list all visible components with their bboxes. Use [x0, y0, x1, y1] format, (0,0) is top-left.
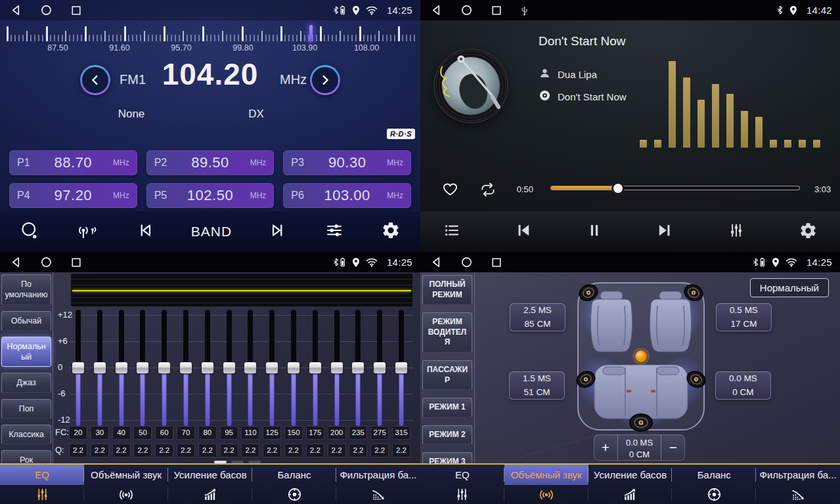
fc-value-box[interactable]: 70: [177, 426, 195, 440]
mode-driver[interactable]: РЕЖИМ ВОДИТЕЛЯ: [422, 312, 472, 352]
fc-value-box[interactable]: 235: [349, 426, 367, 440]
q-value-box[interactable]: 2.2: [328, 444, 346, 457]
eq-band-slider[interactable]: [265, 307, 278, 432]
fc-value-box[interactable]: 50: [133, 426, 152, 440]
previous-station-button[interactable]: [136, 221, 154, 242]
eq-band-slider[interactable]: [395, 307, 408, 432]
surround-tab-icon[interactable]: [84, 485, 168, 504]
preset-button[interactable]: P6103.00MHz: [283, 183, 411, 208]
album-art[interactable]: [435, 50, 507, 122]
q-value-box[interactable]: 2.2: [349, 444, 367, 457]
scan-search-button[interactable]: [20, 220, 39, 243]
progress-thumb[interactable]: [613, 184, 623, 193]
decrease-delay-button[interactable]: −: [661, 434, 685, 461]
increase-delay-button[interactable]: +: [594, 434, 617, 461]
tab-bass-boost[interactable]: Усиление басов: [588, 465, 673, 485]
mode-passenger[interactable]: ПАССАЖИР: [422, 360, 472, 390]
eq-preset-default[interactable]: По умолчанию: [1, 274, 51, 305]
eq-band-slider[interactable]: [136, 307, 149, 432]
tab-eq[interactable]: EQ: [0, 465, 84, 485]
q-value-box[interactable]: 2.2: [177, 444, 195, 457]
q-value-box[interactable]: 2.2: [155, 444, 173, 457]
bass-filter-tab-icon[interactable]: [756, 485, 840, 504]
eq-preset-jazz[interactable]: Джаз: [1, 373, 51, 392]
frequency-scale[interactable]: [7, 23, 414, 43]
eq-band-slider[interactable]: [179, 307, 192, 432]
q-value-box[interactable]: 2.2: [392, 444, 410, 457]
eq-band-slider[interactable]: [351, 307, 365, 432]
front-left-delay[interactable]: 2.5 MS85 CM: [510, 303, 565, 331]
fc-value-box[interactable]: 20: [69, 426, 87, 440]
preset-button[interactable]: P497.20MHz: [9, 183, 137, 208]
rear-right-delay[interactable]: 0.0 MS0 CM: [715, 371, 771, 400]
nav-recents-button[interactable]: [491, 257, 502, 268]
pause-button[interactable]: [586, 222, 603, 242]
q-value-box[interactable]: 2.2: [198, 444, 217, 457]
q-value-box[interactable]: 2.2: [69, 444, 87, 457]
band-button[interactable]: BAND: [191, 224, 232, 240]
preset-button[interactable]: P5102.50MHz: [146, 183, 275, 208]
dx-mode[interactable]: DX: [248, 108, 264, 121]
nav-home-button[interactable]: [461, 257, 472, 268]
fc-value-box[interactable]: 315: [392, 426, 410, 440]
surround-tab-icon[interactable]: [504, 485, 588, 504]
car-cabin-view[interactable]: [577, 282, 705, 430]
eq-band-slider[interactable]: [201, 307, 214, 432]
bass-filter-tab-icon[interactable]: [336, 485, 420, 504]
eq-preset-classic[interactable]: Классика: [1, 425, 51, 444]
fc-value-box[interactable]: 125: [263, 426, 281, 440]
eq-band-slider[interactable]: [330, 307, 343, 432]
eq-preset-normal[interactable]: Нормальный: [1, 337, 51, 368]
balance-tab-icon[interactable]: [252, 485, 336, 504]
q-value-box[interactable]: 2.2: [91, 444, 109, 457]
q-value-box[interactable]: 2.2: [263, 444, 281, 457]
tune-down-button[interactable]: [80, 65, 110, 95]
favorite-button[interactable]: [441, 180, 459, 200]
nav-recents-button[interactable]: [71, 257, 81, 268]
tab-bass-filter[interactable]: Фильтрация ба...: [336, 465, 420, 485]
q-value-box[interactable]: 2.2: [112, 444, 131, 457]
fc-value-box[interactable]: 30: [91, 426, 109, 440]
eq-preset-custom[interactable]: Обычай: [1, 311, 51, 331]
eq-band-slider[interactable]: [158, 307, 171, 432]
eq-band-slider[interactable]: [72, 307, 85, 432]
tab-bass-filter[interactable]: Фильтрация ба...: [756, 465, 840, 485]
next-track-button[interactable]: [655, 221, 674, 242]
nav-recents-button[interactable]: [71, 5, 81, 16]
mode-1[interactable]: РЕЖИМ 1: [422, 398, 472, 417]
nav-home-button[interactable]: [461, 5, 472, 16]
eq-preset-pop[interactable]: Поп: [1, 399, 51, 419]
eq-tab-icon[interactable]: [420, 485, 504, 504]
fc-value-box[interactable]: 60: [155, 426, 173, 440]
equalizer-button[interactable]: [727, 221, 745, 242]
eq-band-slider[interactable]: [309, 307, 322, 432]
tab-surround[interactable]: Объёмный звук: [84, 465, 168, 485]
preset-button[interactable]: P289.50MHz: [146, 150, 275, 175]
progress-bar[interactable]: [550, 186, 800, 190]
eq-band-slider[interactable]: [223, 307, 236, 432]
eq-band-slider[interactable]: [93, 307, 106, 432]
nav-recents-button[interactable]: [491, 5, 502, 16]
q-value-box[interactable]: 2.2: [133, 444, 152, 457]
mode-full[interactable]: ПОЛНЫЙ РЕЖИМ: [422, 275, 472, 304]
front-right-delay[interactable]: 0.5 MS17 CM: [716, 303, 772, 331]
rear-left-delay[interactable]: 1.5 MS51 CM: [509, 371, 565, 400]
listener-position-dot[interactable]: [636, 351, 647, 362]
bass-boost-tab-icon[interactable]: [588, 485, 673, 504]
nav-back-button[interactable]: [431, 257, 442, 268]
equalizer-button[interactable]: [324, 220, 344, 243]
eq-band-slider[interactable]: [244, 307, 257, 432]
preset-button[interactable]: P188.70MHz: [9, 150, 137, 175]
q-value-box[interactable]: 2.2: [306, 444, 324, 457]
fc-value-box[interactable]: 110: [241, 426, 259, 440]
settings-button[interactable]: [799, 221, 818, 243]
preset-button[interactable]: P390.30MHz: [283, 150, 411, 175]
tab-eq[interactable]: EQ: [420, 465, 504, 485]
nav-home-button[interactable]: [41, 257, 52, 268]
tab-bass-boost[interactable]: Усиление басов: [168, 465, 252, 485]
mode-2[interactable]: РЕЖИМ 2: [422, 425, 472, 445]
fc-value-box[interactable]: 40: [112, 426, 131, 440]
nav-back-button[interactable]: [11, 5, 22, 16]
tab-balance[interactable]: Баланс: [672, 465, 756, 485]
eq-band-slider[interactable]: [287, 307, 300, 432]
